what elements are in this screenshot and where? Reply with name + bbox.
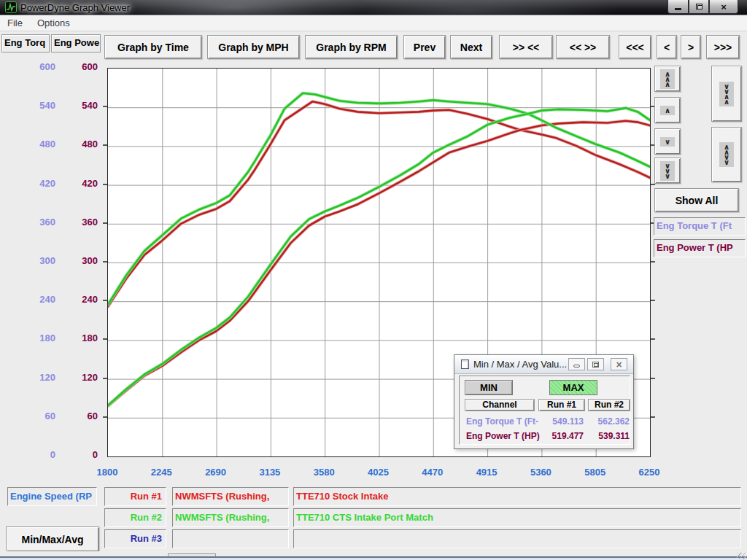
- x-tick-3135: 3135: [251, 467, 289, 478]
- close-button[interactable]: ×: [709, 0, 738, 14]
- minimize-icon: [675, 8, 681, 10]
- restore-button[interactable]: [689, 0, 709, 14]
- x-tick-3580: 3580: [305, 467, 343, 478]
- status-strip: [0, 551, 747, 560]
- minmax-row-run2-value: 562.362: [587, 416, 630, 427]
- x-tick-2245: 2245: [142, 467, 180, 478]
- show-all-button[interactable]: Show All: [654, 188, 739, 212]
- x-tick-4915: 4915: [468, 467, 506, 478]
- x-axis-channel-box[interactable]: Engine Speed (RP: [7, 487, 97, 506]
- toolbar-button-graph-by-time[interactable]: Graph by Time: [104, 35, 202, 59]
- x-tick-2690: 2690: [197, 467, 235, 478]
- zoom-collapse-button[interactable]: ∨ ∨ ∧ ∧: [711, 66, 742, 122]
- toolbar-button-prev[interactable]: Prev: [403, 35, 446, 59]
- chevron-down-icon: ∨: [660, 137, 675, 147]
- y-tick-torque-60: 60: [26, 411, 55, 421]
- axis-tick-right: [651, 378, 655, 379]
- toolbar-button-graph-by-rpm[interactable]: Graph by RPM: [305, 35, 398, 59]
- run-3-comment-2[interactable]: [293, 529, 741, 548]
- title-bar[interactable]: PowerDyne Graph Viewer ×: [0, 0, 747, 15]
- minmax-window: Min / Max / Avg Valu... × MIN MAX Channe…: [454, 354, 634, 449]
- minmax-row-run2-value: 539.311: [587, 431, 630, 441]
- menu-file[interactable]: File: [0, 18, 30, 28]
- y-tick-torque-120: 120: [26, 372, 55, 383]
- scroll-down-button[interactable]: ∨: [654, 128, 681, 155]
- tab-eng-power[interactable]: Eng Powe: [51, 34, 101, 52]
- tab-eng-torque[interactable]: Eng Torq: [1, 34, 50, 52]
- y-tick-torque-360: 360: [26, 217, 55, 228]
- minmax-title-bar[interactable]: Min / Max / Avg Valu... ×: [454, 355, 633, 374]
- toolbar-button-label: Graph by MPH: [208, 36, 299, 58]
- y-tick-torque-240: 240: [26, 294, 55, 305]
- toolbar-button-next[interactable]: Next: [450, 35, 492, 59]
- window-title: PowerDyne Graph Viewer: [20, 2, 130, 13]
- toolbar-button-label: Graph by Time: [105, 36, 201, 58]
- run-label-2[interactable]: Run #2: [104, 508, 166, 527]
- y-tick-power-120: 120: [69, 372, 98, 383]
- y-tick-torque-480: 480: [26, 139, 55, 149]
- menu-bar: File Options: [0, 15, 747, 31]
- minmax-row-run1-value: 519.477: [538, 431, 584, 441]
- minmax-minimize-button[interactable]: [568, 358, 585, 370]
- close-icon: ×: [721, 2, 727, 12]
- minmax-close-button[interactable]: ×: [611, 358, 627, 370]
- close-icon: ×: [616, 359, 622, 370]
- minmax-window-title: Min / Max / Avg Valu...: [473, 359, 567, 370]
- toolbar-button-label: <<<: [619, 36, 651, 58]
- toolbar-button-label: Next: [451, 36, 492, 58]
- restore-icon: [592, 362, 599, 368]
- y-tick-power-0: 0: [69, 449, 98, 460]
- toolbar-button-[interactable]: << >>: [556, 35, 610, 59]
- y-tick-power-240: 240: [69, 294, 98, 305]
- run-2-comment-2[interactable]: TTE710 CTS Intake Port Match: [293, 508, 741, 527]
- toolbar-button-label: Graph by RPM: [306, 36, 397, 58]
- toolbar-button-[interactable]: >>>: [706, 35, 740, 59]
- x-tick-6250: 6250: [630, 467, 668, 478]
- run-2-comment-1[interactable]: NWMSFTS (Rushing,: [172, 508, 289, 527]
- resize-grip[interactable]: [737, 553, 746, 559]
- legend-eng-torque[interactable]: Eng Torque T (Ft: [654, 217, 746, 236]
- toolbar-button-[interactable]: <: [657, 35, 677, 59]
- minmax-row-channel: Eng Power T (HP): [466, 431, 540, 441]
- zoom-expand-button[interactable]: ∧ ∧ ∨ ∨: [711, 127, 742, 182]
- y-tick-power-540: 540: [69, 100, 98, 111]
- toolbar-button-graph-by-mph[interactable]: Graph by MPH: [207, 35, 300, 59]
- y-tick-power-180: 180: [69, 332, 98, 343]
- min-toggle-button[interactable]: MIN: [465, 380, 513, 395]
- run-label-1[interactable]: Run #1: [104, 487, 166, 506]
- axis-tick-right: [651, 261, 655, 262]
- run-1-comment-2[interactable]: TTE710 Stock Intake: [293, 487, 741, 506]
- scroll-page-down-button[interactable]: ∨ ∨ ∨: [654, 158, 681, 184]
- column-header-run1[interactable]: Run #1: [538, 399, 585, 411]
- minmax-row-run1-value: 549.113: [538, 416, 584, 427]
- column-header-channel[interactable]: Channel: [465, 399, 535, 411]
- x-tick-4470: 4470: [414, 467, 452, 478]
- toolbar-button-label: >: [681, 36, 700, 58]
- toolbar-button-label: >> <<: [500, 36, 552, 58]
- chevron-collapse-icon: ∨ ∨ ∧ ∧: [719, 82, 734, 106]
- scroll-page-up-button[interactable]: ∧ ∧ ∧: [654, 66, 681, 92]
- minmax-window-icon: [461, 359, 469, 369]
- toolbar-button-[interactable]: <<<: [619, 35, 651, 59]
- toolbar-button-[interactable]: >: [681, 35, 701, 59]
- axis-tick-right: [651, 416, 655, 418]
- run-3-comment-1[interactable]: [172, 529, 289, 548]
- y-tick-power-420: 420: [69, 178, 98, 189]
- max-toggle-button[interactable]: MAX: [549, 380, 597, 395]
- run-1-comment-1[interactable]: NWMSFTS (Rushing,: [172, 487, 289, 506]
- x-tick-4025: 4025: [360, 467, 398, 478]
- run-label-3[interactable]: Run #3: [104, 529, 166, 548]
- toolbar-button-[interactable]: >> <<: [499, 35, 553, 59]
- minmax-row-channel: Eng Torque T (Ft-: [466, 416, 538, 427]
- y-tick-power-600: 600: [69, 61, 98, 72]
- minmax-restore-button[interactable]: [587, 358, 604, 370]
- minimize-button[interactable]: [667, 0, 689, 14]
- minmaxavg-button[interactable]: Min/Max/Avg: [6, 526, 99, 552]
- legend-eng-power[interactable]: Eng Power T (HP: [654, 239, 746, 257]
- chevron-expand-icon: ∧ ∧ ∨ ∨: [719, 142, 734, 167]
- menu-options[interactable]: Options: [30, 18, 77, 28]
- y-tick-torque-420: 420: [26, 178, 55, 189]
- column-header-run2[interactable]: Run #2: [588, 399, 630, 411]
- scroll-up-button[interactable]: ∧: [654, 97, 681, 123]
- app-icon: [5, 1, 17, 13]
